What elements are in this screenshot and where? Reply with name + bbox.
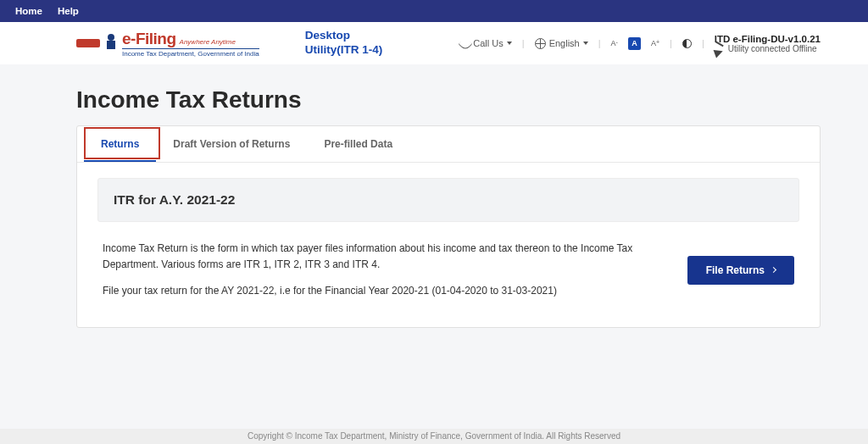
caret-down-icon [583, 42, 588, 45]
tab-prefilled-data[interactable]: Pre-filled Data [307, 126, 409, 162]
app-header: e-Filing Anywhere Anytime Income Tax Dep… [0, 22, 868, 64]
call-us-dropdown[interactable]: Call Us [460, 38, 511, 48]
version-info: ITD e-Filing-DU-v1.0.21 Utility connecte… [715, 34, 821, 53]
nav-home[interactable]: Home [15, 6, 42, 16]
caret-down-icon [507, 42, 512, 45]
app-title-line2: Utility(ITR 1-4) [305, 43, 383, 58]
brand-name: e-Filing [122, 30, 176, 48]
globe-icon [535, 38, 546, 49]
footer: Copyright © Income Tax Department, Minis… [0, 429, 868, 444]
card-body: ITR for A.Y. 2021-22 Income Tax Return i… [77, 163, 820, 327]
call-us-label: Call Us [473, 38, 503, 48]
version-label: ITD e-Filing-DU-v1.0.21 [715, 34, 821, 44]
emblem-icon [105, 34, 117, 53]
itr-panel-header: ITR for A.Y. 2021-22 [97, 178, 799, 222]
returns-card: Returns Draft Version of Returns Pre-fil… [76, 125, 821, 328]
tab-returns[interactable]: Returns [84, 126, 156, 162]
tab-draft-version[interactable]: Draft Version of Returns [156, 126, 307, 162]
itr-desc-p1: Income Tax Return is the form in which t… [103, 241, 667, 273]
tabs-row: Returns Draft Version of Returns Pre-fil… [77, 126, 820, 163]
top-nav: Home Help [0, 0, 868, 22]
nav-help[interactable]: Help [58, 6, 79, 16]
app-title-line1: Desktop [305, 29, 383, 43]
language-label: English [549, 38, 580, 48]
phone-icon [460, 39, 470, 48]
app-title: Desktop Utility(ITR 1-4) [305, 29, 383, 58]
font-increase-button[interactable]: A+ [651, 39, 659, 47]
contrast-toggle-icon[interactable] [682, 39, 692, 48]
header-toolbar: Call Us | English | A- A A+ | | ITD e-Fi… [460, 34, 821, 53]
brand-tagline: Anywhere Anytime [180, 38, 236, 46]
chevron-right-icon [771, 267, 776, 273]
connection-status: Utility connected Offline [728, 44, 817, 53]
itr-panel-body: Income Tax Return is the form in which t… [97, 222, 799, 307]
logo-block: e-Filing Anywhere Anytime Income Tax Dep… [76, 30, 259, 58]
font-decrease-button[interactable]: A- [611, 39, 618, 47]
page-title: Income Tax Returns [76, 86, 821, 114]
font-normal-button[interactable]: A [628, 37, 641, 50]
file-returns-button[interactable]: File Returns [687, 256, 794, 285]
itr-panel-title: ITR for A.Y. 2021-22 [114, 192, 783, 208]
itr-desc-p2: File your tax return for the AY 2021-22,… [103, 283, 667, 299]
content-area: Income Tax Returns Returns Draft Version… [0, 64, 868, 429]
offline-icon [715, 44, 725, 53]
language-dropdown[interactable]: English [535, 38, 588, 49]
ribbon-icon [76, 34, 100, 53]
brand-dept: Income Tax Department, Government of Ind… [122, 48, 259, 58]
itr-description: Income Tax Return is the form in which t… [103, 241, 667, 300]
file-returns-label: File Returns [706, 264, 765, 276]
